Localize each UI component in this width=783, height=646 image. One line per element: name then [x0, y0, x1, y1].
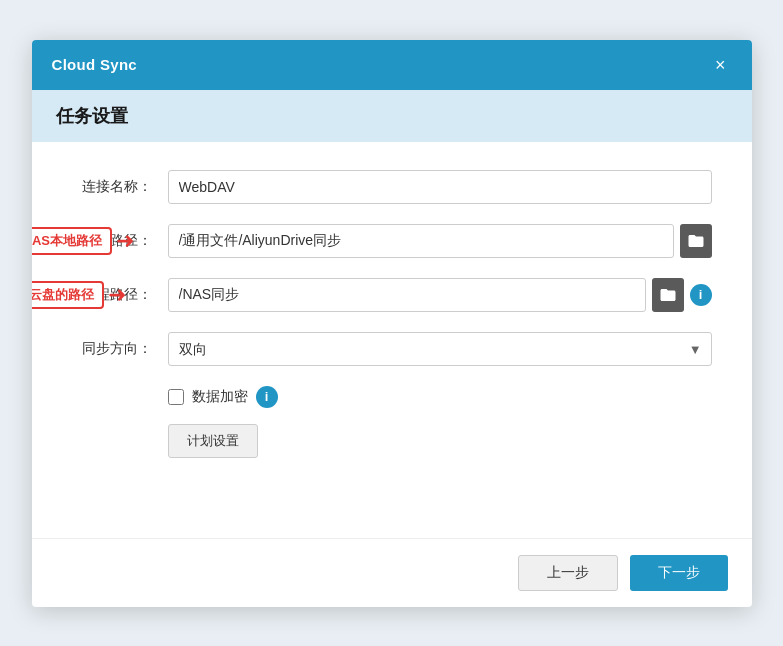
remote-path-folder-button[interactable]: [652, 278, 684, 312]
dialog-title: Cloud Sync: [52, 56, 138, 73]
local-path-folder-button[interactable]: [680, 224, 712, 258]
sync-direction-select[interactable]: 双向 本地到远程 远程到本地: [168, 332, 712, 366]
dialog-body: 连接名称： 本地路径： NAS本地路径 ➜: [32, 142, 752, 478]
local-path-input[interactable]: [168, 224, 674, 258]
encryption-label: 数据加密: [192, 388, 248, 406]
remote-path-label: 远程路径：: [72, 286, 152, 304]
local-path-row: 本地路径： NAS本地路径 ➜: [72, 224, 712, 258]
schedule-button[interactable]: 计划设置: [168, 424, 258, 458]
remote-path-input-wrap: 阿里云盘的路径 ➜ i: [168, 278, 712, 312]
sync-direction-input-wrap: 双向 本地到远程 远程到本地 ▼: [168, 332, 712, 366]
next-button[interactable]: 下一步: [630, 555, 728, 591]
sync-direction-label: 同步方向：: [72, 340, 152, 358]
dialog-header: Cloud Sync ×: [32, 40, 752, 90]
connection-input[interactable]: [168, 170, 712, 204]
folder-icon: [687, 232, 705, 250]
encryption-row: 数据加密 i: [168, 386, 712, 408]
remote-path-input[interactable]: [168, 278, 646, 312]
close-button[interactable]: ×: [709, 54, 732, 76]
folder-icon: [659, 286, 677, 304]
remote-path-row: 远程路径： 阿里云盘的路径 ➜ i: [72, 278, 712, 312]
cloud-sync-dialog: Cloud Sync × 任务设置 连接名称： 本地路径： NAS本地路径 ➜: [32, 40, 752, 607]
sync-direction-dropdown-wrap: 双向 本地到远程 远程到本地 ▼: [168, 332, 712, 366]
encryption-info-button[interactable]: i: [256, 386, 278, 408]
local-path-input-wrap: NAS本地路径 ➜: [168, 224, 712, 258]
prev-button[interactable]: 上一步: [518, 555, 618, 591]
remote-path-info-button[interactable]: i: [690, 284, 712, 306]
connection-label: 连接名称：: [72, 178, 152, 196]
local-path-label: 本地路径：: [72, 232, 152, 250]
encryption-checkbox[interactable]: [168, 389, 184, 405]
section-title: 任务设置: [32, 90, 752, 142]
connection-input-wrap: [168, 170, 712, 204]
dialog-footer: 上一步 下一步: [32, 538, 752, 607]
connection-row: 连接名称：: [72, 170, 712, 204]
sync-direction-row: 同步方向： 双向 本地到远程 远程到本地 ▼: [72, 332, 712, 366]
